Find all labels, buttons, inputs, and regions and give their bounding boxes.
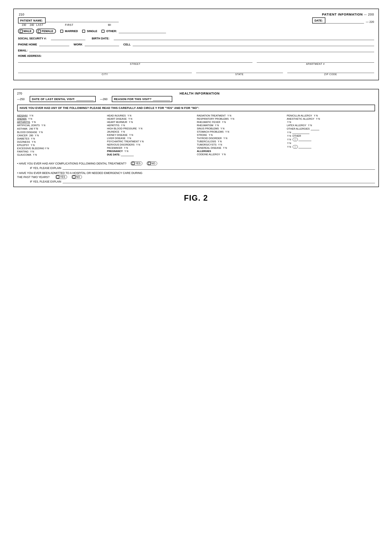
condition-allergies-header: ALLERGIES — [197, 149, 285, 153]
street-apt-row: STREET APARTMENT # — [18, 58, 374, 65]
instructions-box: HAVE YOU EVER HAD ANY OF THE FOLLOWING? … — [17, 105, 375, 111]
complications-no-label: NO — [151, 162, 155, 165]
reason-visit-label: REASON FOR THIS VISIT? — [114, 98, 152, 101]
email-row: EMAIL: — [18, 48, 374, 52]
condition-yn9: Y N — [287, 141, 375, 145]
condition-venereal: VENEREAL DISEASE Y N — [197, 146, 285, 149]
other-checkbox[interactable] — [102, 30, 105, 33]
condition-aids: AIDS/HIV Y N — [17, 114, 105, 117]
hospital-if-yes: IF YES, PLEASE EXPLAIN — [30, 180, 61, 183]
condition-other: Y N OTHER — [287, 134, 375, 137]
female-checkbox[interactable] — [38, 30, 41, 33]
condition-fainting: FAINTING Y N — [17, 150, 105, 153]
single-label: SINGLE — [87, 30, 97, 33]
ref-210: 210 — [18, 12, 25, 16]
condition-cancer: CANCER 280 Y N — [17, 134, 105, 137]
condition-liver-disease: LIVER DISEASE Y N — [107, 136, 195, 140]
hospital-yes-option[interactable]: YES — [55, 175, 67, 179]
health-info-label: HEALTH INFORMATION — [179, 92, 220, 95]
gender-female-option[interactable]: FEMALE — [36, 29, 56, 34]
patient-info-section: 210 PATIENT INFORMATION — 200 PATIENT NA… — [13, 9, 379, 80]
condition-arthritis: ARTHRITIS Y N — [17, 120, 105, 124]
name-underline — [46, 17, 119, 22]
complications-yes-checkbox[interactable] — [132, 162, 135, 165]
male-label: MALE — [24, 30, 32, 33]
condition-epilepsy: EPILEPSY Y N — [17, 143, 105, 147]
phone-cell-label: CELL — [123, 43, 131, 46]
conditions-col4: PENICILLIN ALLERGY Y N ANESTHETIC ALLERG… — [287, 114, 375, 158]
state-label: STATE — [196, 73, 283, 76]
date-box: DATE: — [312, 17, 325, 23]
complications-no-option[interactable]: NO — [147, 161, 157, 165]
conditions-col1: AIDS/HIV Y N ANEMIA Y N ARTHRITIS Y N AR… — [17, 114, 105, 158]
city-label: CITY — [18, 73, 192, 76]
condition-rheumatic-fever: RHEUMATIC FEVER Y N — [197, 120, 285, 124]
complications-yes-option[interactable]: YES — [131, 161, 142, 165]
married-checkbox[interactable] — [60, 30, 63, 33]
single-checkbox[interactable] — [82, 30, 85, 33]
hospital-no-label: NO — [76, 176, 80, 178]
condition-other-checkbox2: Y N □ — [287, 145, 375, 149]
email-label: EMAIL: — [18, 49, 28, 52]
gender-male-option[interactable]: MALE — [18, 29, 34, 34]
hospital-no-option[interactable]: NO — [71, 175, 82, 179]
phone-work-label: WORK — [74, 43, 82, 46]
condition-yn3: Y N — [287, 120, 375, 124]
condition-head-injuries: HEAD INJURIES Y N — [107, 114, 195, 117]
condition-tumors: TUMORS/CYSTS Y N — [197, 143, 285, 146]
condition-empty3 — [287, 155, 375, 158]
condition-artificial-joints: ARTIFICIAL JOINTS Y N — [17, 124, 105, 127]
condition-asthma: ASTHMA 290 Y N — [17, 127, 105, 130]
health-info-section: 270 HEALTH INFORMATION —250 DATE OF LAST… — [13, 89, 379, 187]
condition-high-blood-pressure: HIGH BLOOD PRESSURE Y N — [107, 127, 195, 130]
fig-label: FIG. 2 — [13, 193, 379, 203]
female-label: FEMALE — [42, 30, 53, 33]
hospital-question-row: • HAVE YOU EVER BEEN ADMITTED TO A HOSPI… — [17, 171, 375, 175]
condition-pregnancy: PREGNANCY Y N — [107, 149, 195, 153]
last-text: LAST — [36, 23, 43, 26]
complications-row: • HAVE YOU EVER HAD ANY COMPLICATIONS FO… — [17, 161, 375, 165]
condition-rheumatism: RHEUMATISM Y N — [197, 124, 285, 127]
condition-excessive-bleeding: EXCESSIVE BLEEDING Y N — [17, 147, 105, 150]
dental-visit-box: DATE OF LAST DENTAL VISIT: — [30, 96, 96, 102]
male-checkbox[interactable] — [20, 30, 23, 33]
gender-marital-row: MALE FEMALE MARRIED SINGLE OTHER: — [18, 29, 374, 34]
hospital-q2: THE PAST TWO YEARS? — [17, 176, 50, 179]
ref-220: 220 — [369, 20, 374, 23]
condition-codeine: CODEINE ALLERGY Y N — [197, 153, 285, 156]
dental-visit-label: DATE OF LAST DENTAL VISIT: — [32, 98, 75, 101]
ref-250: 250 — [20, 98, 25, 101]
page-container: 210 PATIENT INFORMATION — 200 PATIENT NA… — [13, 9, 379, 203]
condition-nervous: NERVOUS DISORDERS Y N — [107, 143, 195, 146]
condition-anesthetic: ANESTHETIC ALLERGY Y N — [287, 117, 375, 120]
ssn-label: SOCIAL SECURITY #: — [18, 37, 47, 40]
ssn-birth-row: SOCIAL SECURITY #: BIRTH DATE: — [18, 36, 374, 40]
condition-penicillin: PENICILLIN ALLERGY Y N — [287, 114, 375, 117]
city-state-zip-row: CITY STATE ZIP CODE — [18, 69, 374, 76]
hospital-explain-row: IF YES, PLEASE EXPLAIN — [17, 180, 375, 183]
condition-due-date: DUE DATE: — [107, 153, 195, 156]
ref-260: 260 — [103, 98, 107, 101]
condition-stomach: STOMACH PROBLEMS Y N — [197, 130, 285, 133]
instructions-text: HAVE YOU EVER HAD ANY OF THE FOLLOWING? … — [20, 106, 199, 109]
zip-label: ZIP CODE — [287, 73, 374, 76]
dental-reason-row: —250 DATE OF LAST DENTAL VISIT: —260 REA… — [17, 96, 375, 102]
complications-explain-row: IF YES, PLEASE EXPLAIN — [17, 166, 375, 170]
condition-glaucoma: GLAUCOMA Y N — [17, 153, 105, 156]
hospital-yes-checkbox[interactable] — [56, 176, 59, 178]
first-label: FIRST — [65, 23, 74, 26]
hospital-no-checkbox[interactable] — [72, 176, 76, 178]
conditions-col2: HEAD INJURIES Y N HEART DISEASE Y N HEAR… — [107, 114, 195, 158]
hospital-q1: • HAVE YOU EVER BEEN ADMITTED TO A HOSPI… — [17, 171, 143, 175]
complications-if-yes: IF YES, PLEASE EXPLAIN — [30, 167, 61, 170]
condition-radiation: RADIATION TREATMENT Y N — [197, 114, 285, 117]
complications-section: • HAVE YOU EVER HAD ANY COMPLICATIONS FO… — [17, 161, 375, 170]
phone-row: PHONE HOME WORK CELL — [18, 42, 374, 46]
patient-name-label: PATIENT NAME: — [20, 19, 43, 22]
ref-230: 230 — [22, 23, 26, 26]
condition-anemia: ANEMIA Y N — [17, 117, 105, 120]
complications-no-checkbox[interactable] — [148, 162, 151, 165]
conditions-col3: RADIATION TREATMENT Y N RESPIRATORY PROB… — [197, 114, 285, 158]
condition-allergy-line: Y N — [287, 130, 375, 134]
condition-blood-disease: BLOOD DISEASE Y N — [17, 130, 105, 134]
